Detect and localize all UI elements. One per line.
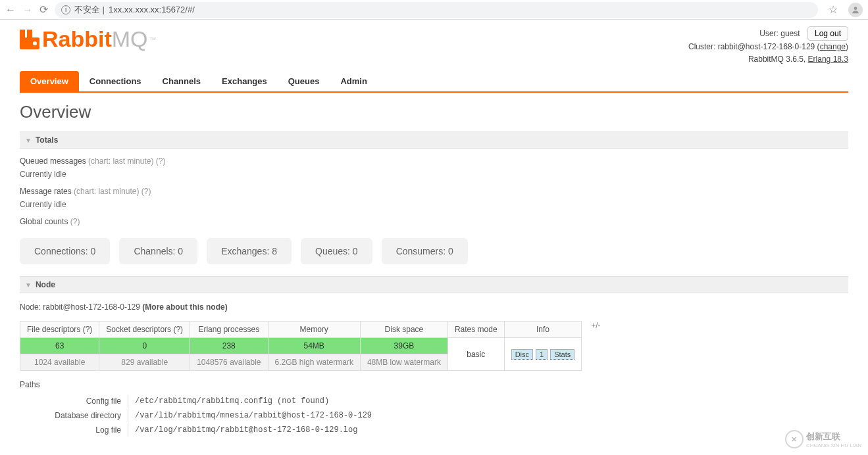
node-name-line: Node: rabbit@host-172-168-0-129 (More ab… — [20, 302, 848, 312]
ep-value: 238 — [197, 341, 261, 350]
global-counts-label: Global counts (?) — [20, 217, 848, 226]
tab-queues[interactable]: Queues — [278, 71, 330, 91]
fd-avail: 1024 available — [20, 354, 99, 371]
tag-1[interactable]: 1 — [536, 349, 548, 360]
reload-icon[interactable]: ⟳ — [39, 3, 48, 16]
main-tabs: Overview Connections Channels Exchanges … — [20, 71, 848, 93]
sd-value: 0 — [106, 341, 183, 350]
queued-messages-label: Queued messages (chart: last minute) (?) — [20, 156, 848, 166]
queued-idle: Currently idle — [20, 170, 848, 179]
page-title: Overview — [20, 102, 848, 122]
global-counts-row: Connections: 0 Channels: 0 Exchanges: 8 … — [20, 238, 848, 264]
mem-avail: 6.2GB high watermark — [268, 354, 360, 371]
path-log-label: Log file — [21, 423, 126, 437]
bookmark-icon[interactable]: ☆ — [829, 3, 838, 16]
forward-icon[interactable]: → — [22, 4, 33, 16]
paths-table: Config file/etc/rabbitmq/rabbitmq.config… — [20, 393, 378, 438]
erlang-link[interactable]: Erlang 18.3 — [808, 55, 848, 64]
cluster-name: rabbit@host-172-168-0-129 — [718, 42, 815, 51]
url-prefix: 不安全 | — [74, 4, 105, 16]
count-queues[interactable]: Queues: 0 — [301, 238, 372, 264]
disk-value: 39GB — [367, 341, 441, 350]
path-config-value: /etc/rabbitmq/rabbitmq.config (not found… — [128, 395, 377, 408]
user-label: User: — [759, 29, 780, 38]
tab-admin[interactable]: Admin — [330, 71, 377, 91]
info-tags: Disc 1 Stats — [511, 349, 575, 360]
path-db-value: /var/lib/rabbitmq/mnesia/rabbit@host-172… — [128, 409, 377, 422]
path-log-value: /var/log/rabbitmq/rabbit@host-172-168-0-… — [128, 423, 377, 437]
watermark-sub: CHUANG XIN HU LIAN — [806, 443, 861, 445]
th-rates: Rates mode — [447, 322, 504, 338]
mem-value: 54MB — [275, 341, 353, 350]
svg-point-4 — [33, 41, 37, 45]
path-config-label: Config file — [21, 395, 126, 408]
logo-text-mq: MQ — [112, 26, 148, 52]
th-info: Info — [504, 322, 582, 338]
version-text: RabbitMQ 3.6.5, — [748, 55, 808, 64]
address-bar[interactable]: i 不安全 | 1xx.xx.xxx.xx:15672/#/ — [55, 2, 818, 18]
tab-connections[interactable]: Connections — [79, 71, 152, 91]
th-sd: Socket descriptors (?) — [99, 322, 190, 338]
node-row: 63 0 238 54MB 39GB basic Disc 1 Stats — [20, 338, 582, 354]
rates-mode: basic — [447, 338, 504, 371]
user-name: guest — [780, 29, 800, 38]
section-node-label: Node — [36, 280, 55, 289]
count-channels[interactable]: Channels: 0 — [119, 238, 197, 264]
change-link[interactable]: change — [820, 42, 846, 51]
rates-idle: Currently idle — [20, 200, 848, 209]
tab-channels[interactable]: Channels — [152, 71, 212, 91]
fd-value: 63 — [27, 341, 92, 350]
message-rates-label: Message rates (chart: last minute) (?) — [20, 187, 848, 196]
chevron-down-icon: ▼ — [25, 137, 32, 144]
logout-button[interactable]: Log out — [807, 26, 848, 41]
count-connections[interactable]: Connections: 0 — [20, 238, 110, 264]
watermark: ✕ 创新互联 CHUANG XIN HU LIAN — [785, 430, 861, 444]
plus-minus-toggle[interactable]: +/- — [591, 321, 600, 330]
info-icon[interactable]: i — [61, 5, 70, 14]
back-icon[interactable]: ← — [5, 4, 16, 16]
watermark-text: 创新互联 — [806, 431, 861, 443]
th-fd: File descriptors (?) — [20, 322, 99, 338]
more-about-node[interactable]: (More about this node) — [142, 302, 227, 312]
header-info: User: guest Log out Cluster: rabbit@host… — [688, 26, 848, 66]
tag-disc[interactable]: Disc — [511, 349, 533, 360]
sd-avail: 829 available — [99, 354, 190, 371]
th-ep: Erlang processes — [190, 322, 268, 338]
svg-point-0 — [854, 7, 857, 10]
section-totals[interactable]: ▼ Totals — [20, 132, 848, 149]
watermark-icon: ✕ — [785, 430, 804, 444]
chevron-down-icon: ▼ — [25, 281, 32, 289]
section-totals-label: Totals — [36, 135, 58, 145]
path-db-label: Database directory — [21, 409, 126, 422]
rabbitmq-logo: RabbitMQ™ — [20, 26, 157, 52]
profile-avatar[interactable] — [848, 3, 863, 17]
paths-title: Paths — [20, 380, 848, 389]
th-disk: Disk space — [360, 322, 447, 338]
logo-tm: ™ — [149, 36, 157, 43]
browser-bar: ← → ⟳ i 不安全 | 1xx.xx.xxx.xx:15672/#/ ☆ — [0, 0, 868, 20]
ep-avail: 1048576 available — [190, 354, 268, 371]
th-mem: Memory — [268, 322, 360, 338]
tab-exchanges[interactable]: Exchanges — [211, 71, 278, 91]
cluster-label: Cluster: — [688, 42, 718, 51]
disk-avail: 48MB low watermark — [360, 354, 447, 371]
node-table: File descriptors (?) Socket descriptors … — [20, 321, 582, 371]
node-name: rabbit@host-172-168-0-129 — [43, 302, 140, 312]
url-text: 1xx.xx.xxx.xx:15672/#/ — [109, 5, 195, 14]
rabbitmq-icon — [20, 30, 39, 49]
logo-text-rabbit: Rabbit — [42, 26, 112, 52]
count-consumers[interactable]: Consumers: 0 — [382, 238, 468, 264]
count-exchanges[interactable]: Exchanges: 8 — [207, 238, 292, 264]
tab-overview[interactable]: Overview — [20, 71, 79, 91]
tag-stats[interactable]: Stats — [550, 349, 574, 360]
section-node[interactable]: ▼ Node — [20, 276, 848, 293]
